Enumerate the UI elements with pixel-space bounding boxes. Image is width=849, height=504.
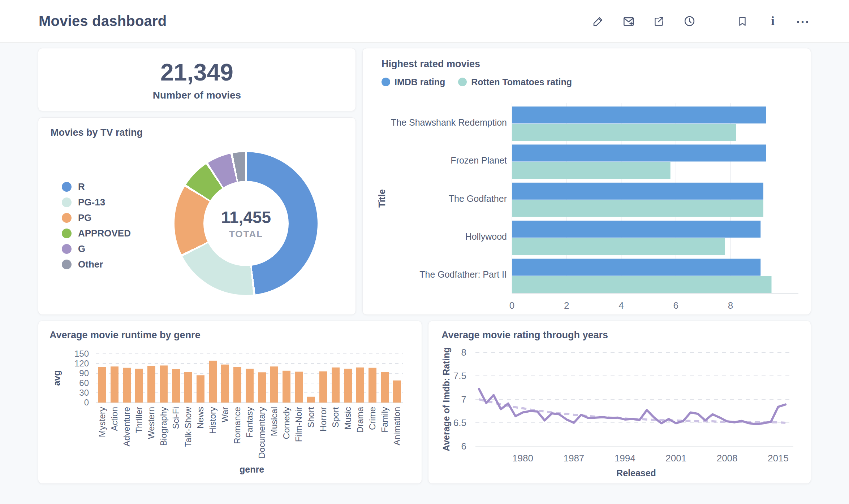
y-tick-label: 7: [461, 394, 466, 405]
rotten-tomatoes-rating-bar[interactable]: [512, 124, 736, 141]
card-title[interactable]: Movies by TV rating: [51, 127, 143, 138]
edit-pencil-icon[interactable]: [592, 15, 604, 27]
runtime-bar[interactable]: [135, 369, 143, 403]
movies-by-tv-rating-card: Movies by TV rating RPG-13PGAPPROVEDGOth…: [38, 117, 356, 315]
runtime-bar[interactable]: [184, 372, 192, 403]
imdb-rating-bar[interactable]: [512, 144, 766, 161]
legend-label: APPROVED: [78, 228, 131, 239]
bookmark-icon[interactable]: [736, 15, 749, 27]
runtime-bar[interactable]: [209, 361, 217, 403]
x-tick-label: 8: [728, 300, 733, 311]
auto-refresh-clock-icon[interactable]: [683, 15, 695, 27]
y-axis-name: Title: [377, 189, 387, 208]
info-icon[interactable]: i: [767, 15, 779, 27]
x-tick-label: 4: [619, 300, 624, 311]
legend-item-pg[interactable]: PG: [62, 210, 131, 226]
imdb-rating-bar[interactable]: [512, 221, 760, 238]
rating-line-series[interactable]: [479, 389, 785, 424]
genre-label: War: [220, 407, 230, 422]
highest-rated-movies-chart[interactable]: 02468The Shawshank RedemptionFrozen Plan…: [363, 48, 811, 315]
average-rating-through-years-card: Average movie rating through years 87.57…: [428, 321, 811, 484]
genre-label: Talk-Show: [183, 407, 193, 447]
runtime-bar[interactable]: [381, 372, 389, 403]
runtime-bar[interactable]: [270, 366, 278, 403]
legend-label: R: [78, 181, 85, 192]
runtime-bar[interactable]: [393, 381, 401, 403]
legend-item-other[interactable]: Other: [62, 257, 131, 272]
genre-label: Romance: [232, 407, 242, 444]
donut-chart[interactable]: 11,455 TOTAL: [174, 152, 318, 295]
runtime-bar[interactable]: [307, 397, 315, 403]
legend-item-r[interactable]: R: [62, 179, 131, 195]
x-tick-label: 2008: [717, 453, 738, 464]
x-tick-label: 1980: [512, 453, 533, 464]
runtime-bar[interactable]: [147, 366, 155, 403]
subscriptions-mail-icon[interactable]: [622, 15, 635, 27]
legend-item-approved[interactable]: APPROVED: [62, 226, 131, 241]
rotten-tomatoes-rating-bar[interactable]: [512, 238, 725, 255]
legend-swatch: [62, 197, 72, 207]
genre-label: News: [195, 407, 205, 429]
category-label: The Godfather: [449, 194, 507, 204]
runtime-bar[interactable]: [344, 369, 352, 403]
runtime-bar[interactable]: [295, 372, 303, 403]
legend-swatch: [62, 260, 72, 269]
runtime-bar[interactable]: [197, 375, 204, 403]
runtime-bar[interactable]: [283, 371, 290, 403]
runtime-bar[interactable]: [356, 368, 364, 403]
donut-total-label: TOTAL: [229, 229, 263, 240]
runtime-bar[interactable]: [332, 368, 340, 403]
y-tick-label: 7.5: [453, 370, 466, 381]
y-tick-label: 6.5: [453, 417, 466, 428]
runtime-bar[interactable]: [246, 369, 254, 403]
runtime-bar[interactable]: [98, 367, 106, 403]
runtime-bar[interactable]: [233, 367, 241, 403]
header-divider: [716, 13, 716, 30]
genre-label: Mystery: [97, 407, 107, 437]
category-label: Frozen Planet: [451, 155, 507, 165]
genre-label: Drama: [355, 407, 365, 433]
y-tick-label: 120: [74, 359, 89, 368]
genre-label: History: [208, 407, 217, 434]
legend-item-pg-13[interactable]: PG-13: [62, 195, 131, 210]
runtime-bar[interactable]: [111, 366, 118, 403]
legend-label: PG: [78, 212, 92, 223]
rotten-tomatoes-rating-bar[interactable]: [512, 162, 671, 179]
runtime-bar[interactable]: [258, 372, 266, 403]
runtime-bar[interactable]: [221, 365, 229, 403]
y-tick-label: 8: [461, 347, 466, 358]
genre-label: Western: [146, 407, 156, 439]
header-actions: i ...: [592, 13, 809, 30]
genre-label: Music: [343, 407, 353, 430]
genre-label: Film-Noir: [294, 407, 303, 442]
genre-label: Fantasy: [245, 407, 254, 438]
runtime-bar[interactable]: [123, 368, 131, 403]
runtime-bar[interactable]: [172, 369, 180, 403]
x-tick-label: 1987: [563, 453, 584, 464]
imdb-rating-bar[interactable]: [512, 183, 763, 200]
imdb-rating-bar[interactable]: [512, 107, 766, 123]
x-axis-name: Released: [616, 468, 656, 478]
legend-label: PG-13: [78, 197, 105, 208]
donut-legend: RPG-13PGAPPROVEDGOther: [62, 179, 131, 272]
sharing-external-icon[interactable]: [653, 15, 665, 27]
genre-label: Adventure: [122, 407, 132, 446]
rating-through-years-chart[interactable]: 87.576.56198019871994200120082015Average…: [428, 321, 811, 484]
scalar-label[interactable]: Number of movies: [153, 90, 241, 101]
rotten-tomatoes-rating-bar[interactable]: [512, 200, 763, 217]
genre-label: Musical: [269, 407, 279, 436]
rotten-tomatoes-rating-bar[interactable]: [512, 276, 771, 293]
legend-item-g[interactable]: G: [62, 241, 131, 257]
x-tick-label: 6: [673, 300, 678, 311]
genre-label: Thriller: [134, 407, 144, 433]
runtime-bar[interactable]: [369, 368, 376, 403]
runtime-bar[interactable]: [160, 365, 168, 403]
category-label: Hollywood: [465, 231, 507, 242]
genre-label: Horror: [318, 407, 328, 431]
x-tick-label: 2015: [768, 453, 789, 464]
more-options-icon[interactable]: ...: [797, 15, 809, 27]
legend-swatch: [62, 244, 72, 254]
imdb-rating-bar[interactable]: [512, 259, 760, 276]
runtime-bar[interactable]: [319, 372, 327, 403]
runtime-by-genre-chart[interactable]: 0306090120150MysteryActionAdventureThril…: [38, 321, 422, 484]
